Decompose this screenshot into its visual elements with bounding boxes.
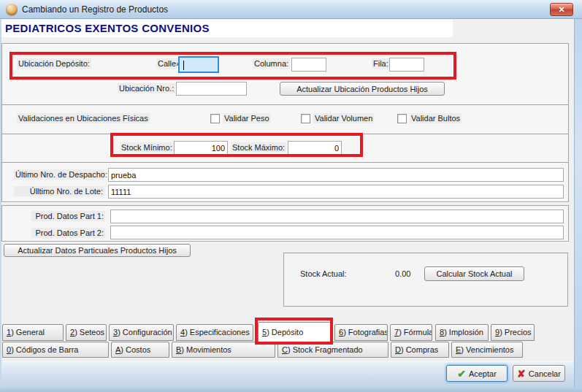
tab-a-costos[interactable]: A) Costos <box>111 342 169 358</box>
record-title: PEDIATRICOS EXENTOS CONVENIOS <box>5 22 210 34</box>
tab-3-configuracion[interactable]: 3) Configuración <box>109 324 174 341</box>
validar-bultos-checkbox[interactable] <box>397 114 407 123</box>
group-datos-particulares: Prod. Datos Part 1: Prod. Datos Part 2: <box>1 205 569 242</box>
stock-actual-label: Stock Actual: <box>299 269 348 279</box>
fila-label: Fila: <box>372 58 390 69</box>
tab-7-formulas[interactable]: 7) Fórmulas <box>390 324 432 341</box>
calle-input[interactable] <box>178 56 219 73</box>
stock-actual-value: 0.00 <box>394 269 412 279</box>
aceptar-button[interactable]: ✔ Aceptar <box>446 365 508 382</box>
tab-e-vencimientos[interactable]: E) Vencimientos <box>451 342 523 358</box>
x-icon: ✘ <box>517 369 526 379</box>
ultimo-despacho-label: Último Nro. de Despacho: <box>14 169 104 180</box>
aceptar-label: Aceptar <box>469 369 497 378</box>
datos-part1-label: Prod. Datos Part 1: <box>31 211 105 221</box>
group-validaciones: Validaciones en Ubicaciones Físicas Vali… <box>1 104 569 134</box>
group-stock-limits: Stock Mínimo: Stock Máximo: <box>1 134 569 163</box>
actualizar-datos-particulares-button[interactable]: Actualizar Datos Particuales Productos H… <box>4 244 191 257</box>
fila-input[interactable] <box>389 58 424 72</box>
actualizar-ubicacion-hijos-button[interactable]: Actualizar Ubicación Productos Hijos <box>280 82 445 96</box>
window-title: Cambiando un Registro de Productos <box>22 4 168 15</box>
validar-peso-label: Validar Peso <box>223 113 271 123</box>
ultimo-lote-label: Úlltimo Nro. de Lote: <box>14 186 104 196</box>
close-icon: ✕ <box>558 5 564 14</box>
tab-8-implosion[interactable]: 8) Implosión <box>435 324 489 341</box>
check-icon: ✔ <box>457 369 466 379</box>
ultimo-lote-input[interactable] <box>108 185 564 199</box>
window-frame-right <box>574 19 582 392</box>
stock-maximo-input[interactable] <box>288 141 342 155</box>
tab-0-codigos-de-barra[interactable]: 0) Códigos de Barra <box>2 342 109 358</box>
stock-minimo-label: Stock Mínimo: <box>120 142 174 153</box>
ubicacion-deposito-label: Ubicación Depósito: <box>17 58 91 69</box>
tab-5-deposito[interactable]: 5) Depósito <box>258 322 331 342</box>
calcular-stock-actual-button[interactable]: Calcular Stock Actual <box>424 266 524 281</box>
text-caret <box>183 61 184 70</box>
ultimo-despacho-input[interactable] <box>108 168 564 182</box>
validaciones-label: Validaciones en Ubicaciones Físicas <box>17 113 150 123</box>
cancelar-label: Cancelar <box>529 369 561 378</box>
datos-part2-input[interactable] <box>110 226 564 239</box>
tab-2-seteos[interactable]: 2) Seteos <box>66 324 107 341</box>
cancelar-button[interactable]: ✘ Cancelar <box>513 365 565 382</box>
validar-volumen-checkbox[interactable] <box>301 114 310 123</box>
datos-part2-label: Prod. Datos Part 2: <box>31 228 105 238</box>
validar-peso-checkbox[interactable] <box>210 114 220 123</box>
group-stock-actual: Stock Actual: 0.00 Calcular Stock Actual <box>283 253 568 307</box>
titlebar: Cambiando un Registro de Productos ✕ <box>0 0 582 19</box>
window-frame-bottom <box>0 388 582 392</box>
group-ultimos: Último Nro. de Despacho: Úlltimo Nro. de… <box>1 162 569 202</box>
columna-input[interactable] <box>291 58 326 72</box>
app-icon <box>6 4 18 15</box>
validar-bultos-label: Validar Bultos <box>410 113 462 123</box>
tab-6-fotografias[interactable]: 6) Fotografias <box>334 324 388 341</box>
close-button[interactable]: ✕ <box>550 3 573 16</box>
tab-b-movimientos[interactable]: B) Movimientos <box>172 342 275 358</box>
ubicacion-nro-input[interactable] <box>176 82 247 96</box>
tab-9-precios[interactable]: 9) Precios <box>491 324 535 341</box>
validar-volumen-label: Validar Volumen <box>313 113 374 123</box>
datos-part1-input[interactable] <box>110 210 564 223</box>
tab-c-stock-fragmentado[interactable]: C) Stock Fragmentado <box>277 342 388 358</box>
tab-1-general[interactable]: 1) General <box>2 324 64 341</box>
stock-minimo-input[interactable] <box>174 141 228 155</box>
columna-label: Columna: <box>253 58 290 69</box>
group-ubicacion: Ubicación Depósito: Calle» Columna: Fila… <box>1 43 569 105</box>
record-header: PEDIATRICOS EXENTOS CONVENIOS <box>1 20 453 37</box>
ubicacion-nro-label: Ubicación Nro.: <box>118 83 175 93</box>
tab-4-especificaciones[interactable]: 4) Especificaciones <box>176 324 253 341</box>
dialog-window: Cambiando un Registro de Productos ✕ PED… <box>0 0 582 392</box>
stock-maximo-label: Stock Máximo: <box>231 142 286 153</box>
tab-d-compras[interactable]: D) Compras <box>391 342 449 358</box>
